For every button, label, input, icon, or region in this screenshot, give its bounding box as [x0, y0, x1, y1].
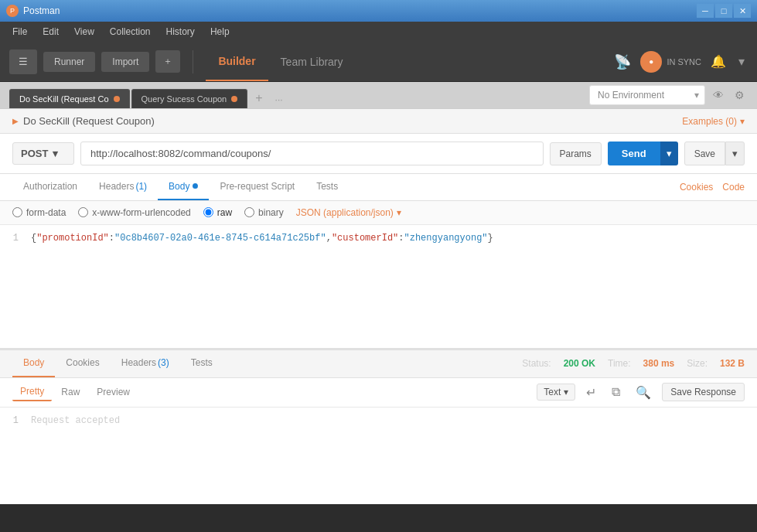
response-tabs: Body Cookies Headers (3) Tests [12, 350, 223, 377]
add-request-tab-button[interactable]: + [249, 88, 268, 108]
form-data-radio[interactable] [12, 207, 22, 217]
request-tab-2[interactable]: Query Sucess Coupon [131, 89, 248, 108]
headers-badge: (1) [135, 181, 147, 192]
wrap-icon-button[interactable]: ↵ [581, 383, 601, 402]
app-icon: P [6, 5, 19, 17]
copy-icon: ⧉ [612, 385, 620, 398]
resp-tab-cookies[interactable]: Cookies [55, 350, 110, 377]
method-dropdown[interactable]: POST ▾ [12, 142, 74, 165]
text-format-select[interactable]: Text ▾ [537, 384, 575, 401]
response-tabs-bar: Body Cookies Headers (3) Tests Status: 2… [0, 350, 757, 378]
request-tab-1[interactable]: Do SecKill (Request Co [9, 89, 130, 108]
resp-fmt-pretty[interactable]: Pretty [12, 383, 52, 401]
url-encoded-radio[interactable] [78, 207, 88, 217]
new-tab-icon: ＋ [163, 55, 172, 68]
menu-bar: File Edit View Collection History Help [0, 22, 757, 42]
search-icon: 🔍 [636, 386, 651, 399]
binary-radio[interactable] [244, 207, 254, 217]
save-button[interactable]: Save [684, 142, 725, 165]
settings-icon-button[interactable]: ⚙ [731, 86, 748, 104]
resp-line-num-1: 1 [0, 415, 31, 426]
menu-view[interactable]: View [68, 24, 101, 39]
save-button-group: Save ▾ [684, 142, 745, 165]
url-bar: POST ▾ Params Send ▾ Save ▾ [0, 134, 757, 174]
satellite-icon-button[interactable]: 📡 [611, 50, 634, 73]
tab-prerequest[interactable]: Pre-request Script [209, 174, 305, 200]
resp-toolbar-right: Text ▾ ↵ ⧉ 🔍 Save Response [537, 383, 745, 402]
more-tabs-button[interactable]: ··· [269, 91, 289, 108]
minimize-button[interactable]: ─ [697, 4, 714, 18]
size-value: 132 B [720, 358, 745, 369]
code-editor[interactable]: 1 {"promotionId":"0c8b4607-02a0-461e-874… [0, 225, 757, 349]
send-button-group: Send ▾ [608, 142, 678, 165]
json-format-select[interactable]: JSON (application/json) ▾ [296, 207, 401, 218]
sync-label: IN SYNC [667, 57, 701, 66]
resp-tab-tests[interactable]: Tests [180, 350, 223, 377]
req-options-right: Cookies Code [680, 182, 745, 193]
new-tab-button[interactable]: ＋ [155, 50, 180, 73]
resp-headers-badge: (3) [158, 357, 169, 368]
more-button[interactable]: ▾ [735, 51, 748, 72]
runner-button[interactable]: Runner [43, 52, 95, 72]
url-encoded-label[interactable]: x-www-form-urlencoded [78, 207, 190, 218]
tab-tests[interactable]: Tests [305, 174, 349, 200]
json-format-arrow: ▾ [397, 207, 401, 218]
menu-history[interactable]: History [160, 24, 201, 39]
save-response-button[interactable]: Save Response [662, 383, 745, 401]
top-toolbar: ☰ Runner Import ＋ Builder Team Library 📡… [0, 42, 757, 82]
resp-tab-body[interactable]: Body [12, 350, 55, 377]
menu-file[interactable]: File [6, 24, 33, 39]
resp-fmt-raw[interactable]: Raw [53, 384, 87, 401]
menu-help[interactable]: Help [204, 24, 236, 39]
collapse-arrow-icon[interactable]: ▶ [12, 117, 19, 125]
tab-authorization[interactable]: Authorization [12, 174, 88, 200]
cookies-link[interactable]: Cookies [680, 182, 713, 193]
window-controls: ─ □ ✕ [697, 4, 751, 18]
eye-icon-button[interactable]: 👁 [710, 86, 727, 104]
resp-fmt-preview[interactable]: Preview [89, 384, 138, 401]
tab-builder[interactable]: Builder [206, 42, 268, 81]
response-body-toolbar: Pretty Raw Preview Text ▾ ↵ ⧉ [0, 378, 757, 408]
line-number-1: 1 [0, 233, 31, 244]
response-status: Status: 200 OK Time: 380 ms Size: 132 B [522, 358, 745, 369]
copy-icon-button[interactable]: ⧉ [607, 383, 625, 401]
close-button[interactable]: ✕ [734, 4, 751, 18]
binary-label[interactable]: binary [244, 207, 284, 218]
request-options-tabs: Authorization Headers (1) Body Pre-reque… [0, 174, 757, 201]
search-icon-button[interactable]: 🔍 [631, 383, 656, 402]
tab-headers[interactable]: Headers (1) [88, 174, 158, 200]
sidebar-toggle-button[interactable]: ☰ [9, 49, 37, 74]
environment-select[interactable]: No Environment [589, 85, 705, 105]
request-title: ▶ Do SecKill (Request Coupon) [12, 115, 155, 127]
maximize-button[interactable]: □ [715, 4, 732, 18]
env-section: No Environment ▾ 👁 ⚙ [589, 85, 748, 108]
menu-edit[interactable]: Edit [36, 24, 65, 39]
examples-link[interactable]: Examples (0) ▾ [682, 116, 745, 127]
send-button[interactable]: Send [608, 142, 660, 165]
title-bar: P Postman ─ □ ✕ [0, 0, 757, 22]
resp-tab-headers[interactable]: Headers (3) [111, 350, 180, 377]
content-wrapper: Do SecKill (Request Co Query Sucess Coup… [0, 82, 757, 504]
import-label: Import [112, 56, 138, 67]
params-button[interactable]: Params [550, 142, 602, 165]
import-button[interactable]: Import [101, 52, 149, 72]
save-dropdown-button[interactable]: ▾ [725, 142, 745, 165]
tab-team-library[interactable]: Team Library [268, 42, 356, 81]
url-input[interactable] [80, 142, 544, 165]
code-link[interactable]: Code [722, 182, 745, 193]
env-dropdown-wrapper: No Environment ▾ [589, 85, 705, 105]
sidebar-toggle-icon: ☰ [19, 56, 28, 67]
bell-button[interactable]: 🔔 [708, 51, 729, 72]
raw-label[interactable]: raw [203, 207, 232, 218]
request-title-label: Do SecKill (Request Coupon) [23, 115, 155, 127]
raw-radio[interactable] [203, 207, 213, 217]
runner-label: Runner [54, 56, 84, 67]
tab-body[interactable]: Body [158, 174, 209, 200]
form-data-label[interactable]: form-data [12, 207, 66, 218]
nav-tabs: Builder Team Library [206, 42, 355, 81]
divider [193, 50, 193, 73]
resp-line-content-1: Request accepted [31, 415, 757, 426]
menu-collection[interactable]: Collection [104, 24, 157, 39]
send-dropdown-button[interactable]: ▾ [660, 142, 678, 165]
response-content: 1 Request accepted [0, 408, 757, 504]
